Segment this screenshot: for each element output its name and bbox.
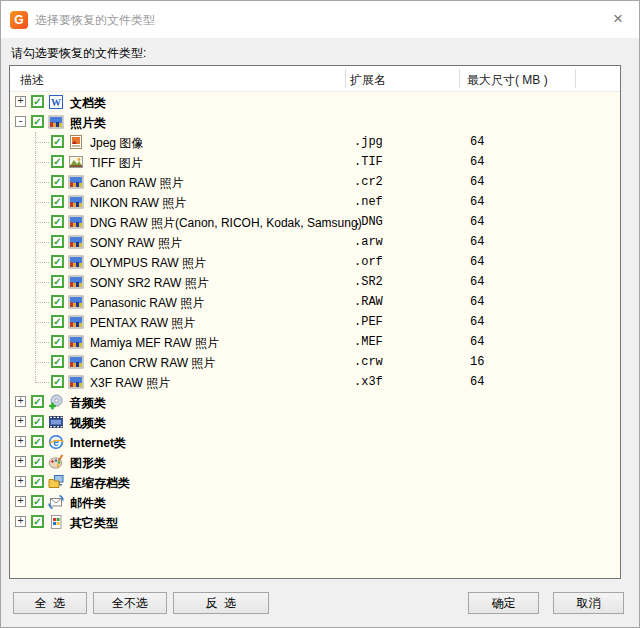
row-extension: .DNG bbox=[354, 215, 383, 229]
row-max-size: 16 bbox=[470, 355, 484, 369]
tree-row[interactable]: ✓X3F RAW 照片.x3f64 bbox=[10, 372, 620, 392]
expand-icon[interactable]: + bbox=[15, 96, 26, 107]
tree-row[interactable]: ✓SONY RAW 照片.arw64 bbox=[10, 232, 620, 252]
list-header: 描述 扩展名 最大尺寸( MB ) bbox=[10, 66, 620, 92]
checkbox[interactable]: ✓ bbox=[51, 135, 64, 148]
row-max-size: 64 bbox=[470, 255, 484, 269]
checkbox[interactable]: ✓ bbox=[31, 415, 44, 428]
column-header-description[interactable]: 描述 bbox=[20, 72, 44, 89]
row-label: Canon CRW RAW 照片 bbox=[90, 355, 215, 372]
checkbox[interactable]: ✓ bbox=[51, 315, 64, 328]
checkbox[interactable]: ✓ bbox=[51, 295, 64, 308]
tree-row[interactable]: ✓Mamiya MEF RAW 照片.MEF64 bbox=[10, 332, 620, 352]
row-extension: .crw bbox=[354, 355, 383, 369]
select-all-button[interactable]: 全 选 bbox=[13, 592, 87, 614]
checkbox[interactable]: ✓ bbox=[51, 235, 64, 248]
select-none-button[interactable]: 全不选 bbox=[93, 592, 167, 614]
tree-row[interactable]: ✓TIFF 图片.TIF64 bbox=[10, 152, 620, 172]
mail-icon bbox=[48, 494, 64, 510]
checkbox[interactable]: ✓ bbox=[31, 395, 44, 408]
tree-row[interactable]: ✓Panasonic RAW 照片.RAW64 bbox=[10, 292, 620, 312]
tree-row[interactable]: +✓图形类 bbox=[10, 452, 620, 472]
tree-row[interactable]: +✓视频类 bbox=[10, 412, 620, 432]
tree-row[interactable]: ✓SONY SR2 RAW 照片.SR264 bbox=[10, 272, 620, 292]
checkbox[interactable]: ✓ bbox=[51, 195, 64, 208]
row-label: Mamiya MEF RAW 照片 bbox=[90, 335, 219, 352]
expand-icon[interactable]: + bbox=[15, 456, 26, 467]
raw-photo-icon bbox=[68, 314, 84, 330]
raw-photo-icon bbox=[68, 174, 84, 190]
row-max-size: 64 bbox=[470, 375, 484, 389]
tree-row[interactable]: +✓其它类型 bbox=[10, 512, 620, 532]
checkbox[interactable]: ✓ bbox=[31, 95, 44, 108]
checkbox[interactable]: ✓ bbox=[31, 475, 44, 488]
tree-row[interactable]: ✓PENTAX RAW 照片.PEF64 bbox=[10, 312, 620, 332]
row-max-size: 64 bbox=[470, 155, 484, 169]
title-bar: G 选择要恢复的文件类型 × bbox=[1, 1, 639, 38]
column-divider bbox=[459, 69, 460, 88]
column-header-extension[interactable]: 扩展名 bbox=[350, 72, 386, 89]
collapse-icon[interactable]: - bbox=[15, 116, 26, 127]
app-logo-icon: G bbox=[10, 11, 28, 29]
checkbox[interactable]: ✓ bbox=[51, 275, 64, 288]
row-extension: .nef bbox=[354, 195, 383, 209]
tree-row[interactable]: +✓W文档类 bbox=[10, 92, 620, 112]
expand-icon[interactable]: + bbox=[15, 396, 26, 407]
checkbox[interactable]: ✓ bbox=[51, 375, 64, 388]
row-label: Panasonic RAW 照片 bbox=[90, 295, 204, 312]
raw-photo-icon bbox=[68, 274, 84, 290]
expand-icon[interactable]: + bbox=[15, 496, 26, 507]
row-label: 文档类 bbox=[70, 95, 106, 112]
row-label: PENTAX RAW 照片 bbox=[90, 315, 195, 332]
row-max-size: 64 bbox=[470, 315, 484, 329]
checkbox[interactable]: ✓ bbox=[51, 255, 64, 268]
checkbox[interactable]: ✓ bbox=[51, 175, 64, 188]
tree-row[interactable]: +✓邮件类 bbox=[10, 492, 620, 512]
svg-text:e: e bbox=[53, 437, 59, 448]
raw-photo-icon bbox=[68, 194, 84, 210]
expand-icon[interactable]: + bbox=[15, 516, 26, 527]
row-extension: .arw bbox=[354, 235, 383, 249]
expand-icon[interactable]: + bbox=[15, 416, 26, 427]
row-max-size: 64 bbox=[470, 335, 484, 349]
row-extension: .PEF bbox=[354, 315, 383, 329]
cancel-button[interactable]: 取消 bbox=[553, 592, 624, 614]
row-extension: .SR2 bbox=[354, 275, 383, 289]
row-label: 图形类 bbox=[70, 455, 106, 472]
checkbox[interactable]: ✓ bbox=[51, 355, 64, 368]
tree-row[interactable]: ✓DNG RAW 照片(Canon, RICOH, Kodak, Samsung… bbox=[10, 212, 620, 232]
graphics-icon bbox=[48, 454, 64, 470]
tree-row[interactable]: +✓压缩存档类 bbox=[10, 472, 620, 492]
close-icon[interactable]: × bbox=[605, 7, 631, 33]
tree-row[interactable]: ✓Canon RAW 照片.cr264 bbox=[10, 172, 620, 192]
row-label: 压缩存档类 bbox=[70, 475, 130, 492]
tree-row[interactable]: ✓Canon CRW RAW 照片.crw16 bbox=[10, 352, 620, 372]
checkbox[interactable]: ✓ bbox=[51, 335, 64, 348]
ok-button[interactable]: 确定 bbox=[468, 592, 539, 614]
tree-row[interactable]: ✓Jpeg 图像.jpg64 bbox=[10, 132, 620, 152]
checkbox[interactable]: ✓ bbox=[31, 495, 44, 508]
checkbox[interactable]: ✓ bbox=[31, 455, 44, 468]
file-type-dialog: G 选择要恢复的文件类型 × 请勾选要恢复的文件类型: 描述 扩展名 最大尺寸(… bbox=[0, 0, 640, 628]
video-icon bbox=[48, 414, 64, 430]
checkbox[interactable]: ✓ bbox=[31, 435, 44, 448]
tree-row[interactable]: ✓OLYMPUS RAW 照片.orf64 bbox=[10, 252, 620, 272]
tree-row[interactable]: +✓eInternet类 bbox=[10, 432, 620, 452]
expand-icon[interactable]: + bbox=[15, 436, 26, 447]
row-label: 邮件类 bbox=[70, 495, 106, 512]
checkbox[interactable]: ✓ bbox=[51, 215, 64, 228]
invert-selection-button[interactable]: 反 选 bbox=[173, 592, 269, 614]
row-label: OLYMPUS RAW 照片 bbox=[90, 255, 206, 272]
tree-row[interactable]: -✓照片类 bbox=[10, 112, 620, 132]
row-label: SONY SR2 RAW 照片 bbox=[90, 275, 209, 292]
checkbox[interactable]: ✓ bbox=[31, 115, 44, 128]
checkbox[interactable]: ✓ bbox=[31, 515, 44, 528]
checkbox[interactable]: ✓ bbox=[51, 155, 64, 168]
column-header-maxsize[interactable]: 最大尺寸( MB ) bbox=[467, 72, 548, 89]
raw-photo-icon bbox=[68, 234, 84, 250]
tree-row[interactable]: +✓音频类 bbox=[10, 392, 620, 412]
expand-icon[interactable]: + bbox=[15, 476, 26, 487]
row-extension: .MEF bbox=[354, 335, 383, 349]
row-label: SONY RAW 照片 bbox=[90, 235, 182, 252]
tree-row[interactable]: ✓NIKON RAW 照片.nef64 bbox=[10, 192, 620, 212]
